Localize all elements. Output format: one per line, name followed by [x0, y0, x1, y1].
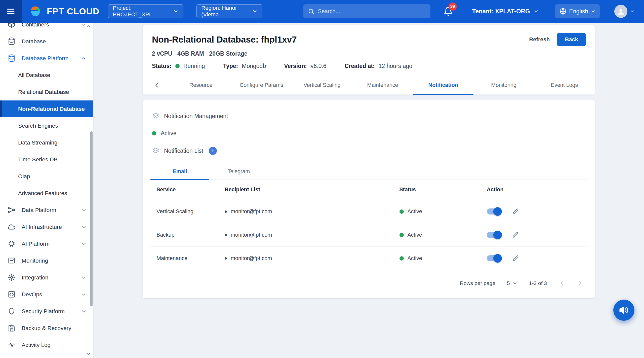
sidebar-item-search-engines[interactable]: Search Engines [0, 117, 93, 134]
sidebar-item-security-platform[interactable]: Security Platform [0, 303, 93, 320]
sidebar-item-label: Data Platform [22, 207, 56, 213]
chevron-down-icon [81, 292, 87, 298]
tab-event-logs[interactable]: Event Logs [534, 76, 595, 94]
created-at-label: Created at: [345, 63, 375, 69]
monitoring-icon [8, 257, 16, 265]
tab-monitoring[interactable]: Monitoring [473, 76, 534, 94]
language-label: English [569, 8, 588, 15]
announcements-fab-button[interactable] [613, 300, 634, 321]
back-button[interactable]: Back [557, 33, 586, 46]
user-menu[interactable] [614, 5, 635, 18]
sidebar-item-data-platform[interactable]: Data Platform [0, 202, 93, 219]
recipient-cell: monitor@fpt.com [225, 208, 399, 215]
sidebar-item-label: Database Platform [22, 55, 68, 62]
sidebar-item-ai-platform[interactable]: AI Platform [0, 235, 93, 252]
tab-configure-params[interactable]: Configure Params [231, 76, 292, 94]
sidebar-scroll-up-icon[interactable] [86, 24, 91, 29]
sidebar-item-containers[interactable]: Containers [0, 23, 93, 33]
language-select[interactable]: English [555, 4, 600, 18]
global-search[interactable] [303, 4, 430, 18]
chevron-down-icon [252, 9, 258, 14]
notification-list-row: Notification List + [143, 137, 595, 155]
sidebar-item-devops[interactable]: DevOps [0, 286, 93, 303]
sidebar-scroll-down-icon[interactable] [86, 351, 91, 356]
add-notification-button[interactable]: + [209, 147, 217, 155]
sidebar-item-backup-recovery[interactable]: Backup & Recovery [0, 320, 93, 337]
pencil-icon [512, 231, 519, 239]
sidebar-item-database[interactable]: Database [0, 33, 93, 50]
database-detail-header-card: Non-Relational Database: fhpl1xv7 Refres… [143, 25, 595, 95]
sidebar-nav: Containers Database Database Platform Al… [0, 23, 93, 353]
project-select[interactable]: Project: PROJECT_XPL... [108, 4, 183, 18]
tab-maintenance[interactable]: Maintenance [352, 76, 413, 94]
sidebar-scrollbar-thumb[interactable] [90, 131, 93, 306]
notifications-button[interactable]: 39 [444, 7, 453, 16]
globe-icon [559, 8, 567, 15]
edit-button[interactable] [512, 208, 519, 215]
sidebar-item-all-database[interactable]: All Database [0, 67, 93, 84]
sidebar-item-advanced-features[interactable]: Advanced Features [0, 185, 93, 202]
fpt-cloud-logo-icon [28, 5, 43, 18]
status-text: Active [408, 208, 422, 215]
tab-vertical-scaling[interactable]: Vertical Scaling [292, 76, 352, 94]
chevron-down-icon [173, 9, 179, 14]
channel-tab-bar: Email Telegram [150, 163, 587, 180]
sidebar-item-monitoring[interactable]: Monitoring [0, 252, 93, 269]
tab-notification[interactable]: Notification [413, 76, 473, 94]
sidebar-item-label: Relational Database [18, 89, 69, 95]
sidebar-item-relational-database[interactable]: Relational Database [0, 84, 93, 100]
tabs-scroll-left-button[interactable] [143, 76, 171, 94]
tab-telegram[interactable]: Telegram [209, 163, 268, 180]
sidebar-item-non-relational-database[interactable]: Non-Relational Database [0, 100, 93, 117]
status-text: Active [408, 232, 422, 238]
table-pagination: Rows per page 5 1-3 of 3 [150, 270, 587, 296]
sidebar-item-activity-log[interactable]: Activity Log [0, 337, 93, 353]
sidebar-item-data-streaming[interactable]: Data Streaming [0, 134, 93, 151]
chevron-down-icon [591, 9, 596, 14]
main-content: Non-Relational Database: fhpl1xv7 Refres… [94, 23, 644, 298]
sidebar-item-database-platform[interactable]: Database Platform [0, 50, 93, 67]
notification-toggle[interactable] [487, 208, 501, 214]
status-cell: Active [399, 255, 487, 262]
active-status-dot [399, 209, 404, 214]
service-cell: Backup [150, 232, 225, 238]
rows-per-page-value: 5 [507, 280, 510, 286]
sidebar-item-label: Security Platform [22, 308, 65, 315]
edit-button[interactable] [512, 255, 519, 262]
sidebar-item-time-series-db[interactable]: Time Series DB [0, 151, 93, 168]
notification-toggle[interactable] [487, 255, 501, 261]
action-cell [487, 208, 587, 215]
version-value: v6.0.6 [311, 63, 327, 69]
previous-page-button[interactable] [558, 280, 566, 287]
sidebar-item-label: Non-Relational Database [18, 106, 85, 112]
recipient-cell: monitor@fpt.com [225, 255, 399, 262]
refresh-button[interactable]: Refresh [529, 36, 550, 43]
search-input[interactable] [318, 8, 426, 15]
brand-logo[interactable]: FPT CLOUD [28, 5, 99, 18]
rows-per-page-select[interactable]: 5 [507, 280, 517, 286]
detail-tab-bar: Resource Configure Params Vertical Scali… [143, 76, 595, 95]
edit-button[interactable] [512, 231, 519, 239]
hamburger-menu-button[interactable] [0, 0, 22, 23]
sidebar-item-label: All Database [18, 72, 50, 79]
action-cell [487, 255, 587, 262]
tab-resource[interactable]: Resource [171, 76, 231, 94]
notification-table: Service Reciplent List Status Action Ver… [150, 180, 587, 270]
chevron-down-icon [81, 207, 87, 213]
table-row: Backup monitor@fpt.com Active [150, 223, 587, 247]
sidebar-item-label: Data Streaming [18, 139, 57, 146]
chevron-down-icon [512, 281, 517, 286]
sidebar-item-integration[interactable]: Integration [0, 269, 93, 286]
action-cell [487, 231, 587, 239]
megaphone-icon [619, 305, 629, 315]
sidebar-item-olap[interactable]: Olap [0, 168, 93, 185]
notification-toggle[interactable] [487, 232, 501, 238]
next-page-button[interactable] [577, 280, 584, 287]
sidebar-item-ai-infrastructure[interactable]: AI Infrastructure [0, 219, 93, 235]
tenant-select[interactable]: Tenant: XPLAT-ORG [472, 8, 539, 15]
tab-email[interactable]: Email [150, 163, 209, 180]
recipient-email: monitor@fpt.com [231, 255, 272, 262]
brand-name: FPT CLOUD [47, 6, 99, 16]
region-select[interactable]: Region: Hanoi (Vietna... [196, 4, 262, 18]
service-cell: Maintenance [150, 255, 225, 262]
